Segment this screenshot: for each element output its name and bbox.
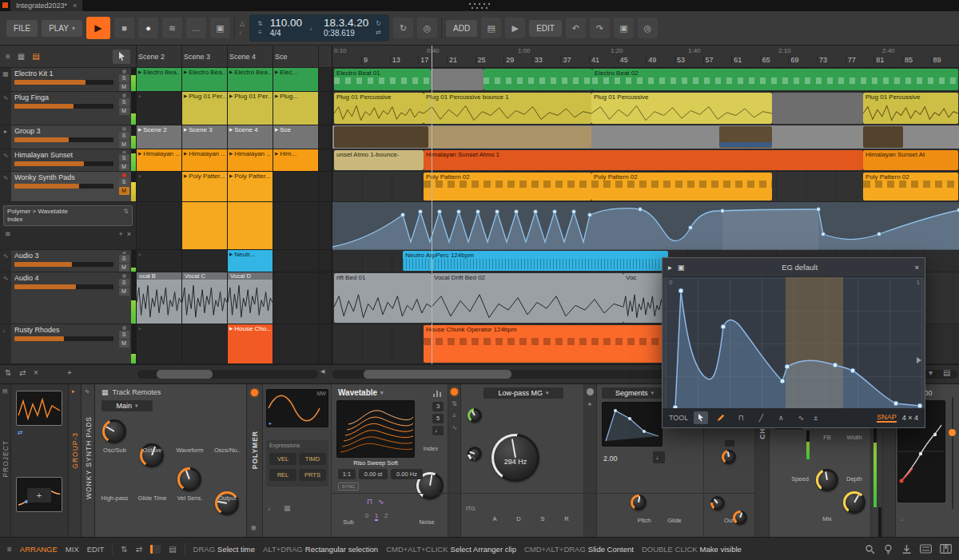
sub-opt-0[interactable]: 0: [365, 512, 368, 519]
keyboard-icon[interactable]: [920, 544, 932, 554]
arranger-clip-muted[interactable]: [772, 93, 863, 124]
segments-display[interactable]: [602, 402, 663, 447]
arranger-clip[interactable]: Poly Pattern 02: [591, 173, 772, 201]
device-panel-toggle[interactable]: [150, 545, 161, 554]
expression-timd[interactable]: TIMD: [299, 453, 326, 465]
solo-button[interactable]: S: [119, 98, 129, 106]
scene-header[interactable]: Scene 4: [228, 46, 273, 67]
follow-button[interactable]: ▶: [505, 18, 525, 38]
scroll-follow-icon[interactable]: ⇅: [5, 368, 11, 377]
group-scene-slot[interactable]: ▶Sce: [273, 125, 319, 149]
arranger-clip[interactable]: Himalayan Sunset Atmo 1: [424, 150, 863, 170]
arranger-clip[interactable]: Poly Pattern 02: [424, 173, 591, 201]
activity-dot[interactable]: [122, 93, 126, 97]
osc-scope[interactable]: MW ●: [266, 389, 328, 427]
metronome-toggles[interactable]: △ ♩: [239, 20, 245, 36]
clip-slot-empty[interactable]: [182, 324, 228, 363]
clip-play-icon[interactable]: ▶: [229, 69, 233, 76]
tab-edit[interactable]: EDIT: [87, 545, 105, 554]
precount-icon[interactable]: ♩: [239, 29, 245, 36]
ratio-value[interactable]: 1:1: [338, 469, 356, 479]
metronome-icon[interactable]: △: [240, 20, 245, 27]
grid-icon[interactable]: ▦: [284, 504, 291, 512]
track-row[interactable]: ▦ Electro Kit 1 S M: [0, 68, 136, 92]
clip-slot-empty[interactable]: [182, 250, 228, 272]
sub-opt-1[interactable]: 1: [375, 512, 378, 521]
mute-button[interactable]: M: [119, 107, 129, 115]
solo-button[interactable]: S: [119, 74, 129, 82]
stop-slot-icon[interactable]: ■: [138, 325, 141, 332]
clip-play-icon[interactable]: ▶: [275, 126, 278, 133]
clip-slot[interactable]: ▶Neutr...: [228, 250, 273, 272]
scroll-swap-icon[interactable]: ⇄: [19, 368, 26, 377]
clip-slot[interactable]: Vocal C: [182, 272, 228, 324]
scroll-left-icon[interactable]: ◀: [320, 368, 324, 375]
clip-play-icon[interactable]: ▶: [138, 126, 141, 133]
search-icon[interactable]: [865, 544, 875, 554]
spread-knob[interactable]: [710, 496, 725, 510]
clip-slot-empty[interactable]: [273, 250, 319, 272]
eg-envelope-editor[interactable]: 0 1: [666, 277, 923, 410]
track-menu-icon[interactable]: ≡: [6, 52, 10, 61]
solo-button[interactable]: S: [119, 331, 129, 339]
song-position[interactable]: 18.3.4.20: [324, 18, 368, 28]
arranger-clip[interactable]: unset Atmo 1-bounce-: [334, 150, 424, 170]
clip-slot-empty[interactable]: [273, 202, 319, 249]
cutoff-value[interactable]: 294 Hz: [488, 458, 543, 466]
clip-play-icon[interactable]: ▶: [184, 173, 187, 180]
time-signature[interactable]: 4/4: [270, 28, 281, 38]
arranger-clip[interactable]: Himalayan Sunset At: [863, 150, 958, 170]
solo-button[interactable]: S: [119, 255, 129, 263]
track-strip[interactable]: ∿ WONKY SYNTH PADS: [82, 384, 95, 537]
project-tab[interactable]: Integrated2023* ×: [10, 0, 82, 11]
mute-button[interactable]: M: [119, 187, 129, 195]
drive-knob[interactable]: [468, 408, 482, 423]
track-name[interactable]: Electro Kit 1: [14, 70, 113, 77]
scene-header[interactable]: Sce: [273, 46, 319, 67]
scroll-close-icon[interactable]: ×: [34, 368, 38, 377]
clip-body[interactable]: [182, 202, 228, 249]
remote-knob-3[interactable]: [177, 467, 201, 491]
list-view-icon[interactable]: ▤: [32, 52, 39, 61]
track-volume-slider[interactable]: [14, 137, 113, 142]
play-button[interactable]: ▶: [86, 17, 110, 39]
arranger-clip[interactable]: Poly Pattern 02: [863, 173, 958, 201]
clip-play-icon[interactable]: ▶: [275, 150, 278, 157]
chain-thumb-1[interactable]: [16, 391, 62, 426]
clip-slot[interactable]: ▶Himalayan ...: [182, 149, 228, 171]
width-knob[interactable]: [843, 491, 865, 514]
arranger-clip[interactable]: Electro Beat 01: [334, 69, 431, 90]
automation-param-line2[interactable]: Index: [7, 216, 68, 224]
track-row[interactable]: ∿ Plug Finga S M: [0, 92, 136, 125]
note-mode-icon[interactable]: ♩: [432, 426, 444, 435]
wave-icon[interactable]: ∿: [452, 424, 457, 431]
clip-play-icon[interactable]: ▶: [229, 325, 233, 332]
arranger-clip[interactable]: rift Bed 01: [334, 273, 432, 323]
track-volume-slider[interactable]: [14, 184, 113, 189]
solo-button[interactable]: S: [119, 132, 129, 140]
arranger-clip[interactable]: Vocal Drift Bed 02: [432, 273, 623, 323]
clip-slot-empty[interactable]: [273, 172, 319, 201]
remote-knob-1[interactable]: [102, 419, 126, 443]
snap-value[interactable]: 4 × 4: [902, 414, 918, 422]
mute-button[interactable]: M: [119, 163, 129, 171]
wavetable-display[interactable]: [336, 400, 415, 458]
clip-slot-empty[interactable]: ■: [137, 92, 182, 125]
add-lane-icon[interactable]: +: [118, 230, 122, 238]
eg-window-titlebar[interactable]: ▸ ▣ EG default ×: [663, 258, 925, 277]
arranger-loop-button[interactable]: ↻: [393, 18, 413, 38]
tempo-value[interactable]: 110.00: [270, 18, 302, 28]
pointer-tool-button[interactable]: [113, 50, 130, 64]
segments-power-button[interactable]: [587, 388, 594, 395]
track-row[interactable]: ∿ Audio 4 S M: [0, 272, 136, 324]
track-volume-slider[interactable]: [14, 80, 113, 85]
group-label[interactable]: GROUP-3: [71, 432, 79, 469]
track-row[interactable]: ∿ Audio 3 S M: [0, 250, 136, 272]
stop-slot-icon[interactable]: ■: [138, 251, 141, 257]
track-name[interactable]: Plug Finga: [14, 93, 113, 101]
clip-slot[interactable]: Vocal D: [228, 272, 273, 324]
clip-slot[interactable]: ▶Himalayan ...: [228, 149, 273, 171]
track-row[interactable]: ▸ Group 3 S M: [0, 125, 136, 149]
groove-button[interactable]: ≋: [162, 18, 182, 38]
device-menu-icon[interactable]: ▦: [251, 525, 257, 531]
